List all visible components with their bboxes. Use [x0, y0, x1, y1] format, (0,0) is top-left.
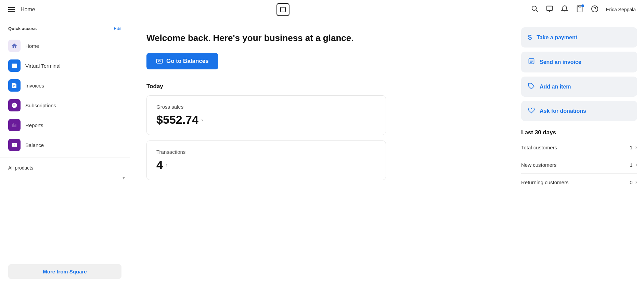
transactions-card[interactable]: Transactions 4 ›	[146, 140, 386, 180]
nav-logo	[276, 3, 289, 16]
heart-icon	[528, 107, 535, 115]
hamburger-menu[interactable]	[8, 7, 15, 12]
chat-icon[interactable]	[546, 5, 553, 14]
dollar-icon: $	[528, 33, 532, 41]
dropdown-arrow: ▾	[0, 175, 130, 180]
sidebar-item-reports-label: Reports	[25, 122, 43, 128]
ask-donations-label: Ask for donations	[540, 108, 586, 114]
top-nav: Home Erica Seppala	[0, 0, 644, 19]
edit-button[interactable]: Edit	[114, 26, 121, 31]
all-products-label: All products	[8, 165, 33, 171]
svg-point-11	[159, 60, 160, 62]
svg-rect-10	[157, 59, 163, 63]
invoices-icon-bg	[8, 79, 21, 92]
sidebar-item-reports[interactable]: Reports	[0, 115, 130, 135]
svg-rect-3	[578, 5, 581, 7]
returning-customers-label: Returning customers	[521, 179, 568, 185]
go-to-balances-button[interactable]: Go to Balances	[146, 53, 218, 69]
sidebar-item-subscriptions-label: Subscriptions	[25, 103, 56, 108]
transactions-label: Transactions	[156, 149, 376, 155]
gross-sales-label: Gross sales	[156, 104, 376, 110]
search-icon[interactable]	[531, 5, 538, 14]
notification-badge	[581, 4, 584, 7]
invoice-icon	[528, 58, 535, 66]
transactions-value: 4	[156, 158, 163, 172]
subscriptions-icon-bg	[8, 99, 21, 111]
add-item-label: Add an item	[540, 84, 571, 90]
last-30-label: Last 30 days	[521, 129, 637, 136]
go-to-balances-label: Go to Balances	[166, 58, 209, 65]
new-customers-row[interactable]: New customers 1 ›	[521, 156, 637, 174]
reports-icon-bg	[8, 119, 21, 131]
gross-sales-arrow: ›	[201, 117, 203, 123]
quick-access-label: Quick access	[8, 26, 37, 31]
total-customers-arrow: ›	[635, 144, 637, 150]
transactions-arrow: ›	[166, 162, 167, 168]
tag-icon	[528, 83, 535, 91]
balance-icon-bg	[8, 139, 21, 151]
clipboard-icon[interactable]	[576, 5, 583, 14]
main-content: Welcome back. Here's your business at a …	[130, 19, 514, 283]
svg-point-0	[532, 6, 536, 11]
reports-icon	[11, 122, 17, 128]
welcome-heading: Welcome back. Here's your business at a …	[146, 33, 498, 43]
total-customers-value: 1	[630, 145, 632, 150]
take-payment-label: Take a payment	[537, 35, 577, 41]
svg-rect-6	[12, 64, 17, 68]
sidebar-bottom: More from Square	[0, 260, 130, 283]
sidebar-item-virtual-terminal[interactable]: Virtual Terminal	[0, 56, 130, 76]
sidebar-item-virtual-terminal-label: Virtual Terminal	[25, 63, 61, 69]
user-name[interactable]: Erica Seppala	[606, 7, 636, 12]
new-customers-arrow: ›	[635, 162, 637, 168]
sidebar-item-balance[interactable]: Balance	[0, 135, 130, 155]
send-invoice-button[interactable]: Send an invoice	[521, 52, 637, 72]
take-payment-button[interactable]: $ Take a payment	[521, 27, 637, 48]
sidebar-item-subscriptions[interactable]: Subscriptions	[0, 95, 130, 115]
balances-icon	[156, 58, 163, 65]
total-customers-label: Total customers	[521, 145, 557, 150]
today-label: Today	[146, 83, 498, 90]
home-icon	[11, 43, 17, 49]
ask-donations-button[interactable]: Ask for donations	[521, 101, 637, 121]
gross-sales-value: $552.74	[156, 113, 198, 126]
add-item-button[interactable]: Add an item	[521, 77, 637, 97]
gross-sales-card[interactable]: Gross sales $552.74 ›	[146, 95, 386, 135]
sidebar-item-invoices-label: Invoices	[25, 83, 44, 89]
virtual-terminal-icon	[11, 63, 17, 69]
svg-line-1	[536, 10, 538, 12]
sidebar: Quick access Edit Home Virtual Terminal	[0, 19, 130, 283]
sidebar-item-balance-label: Balance	[25, 142, 44, 148]
invoices-icon	[11, 82, 17, 89]
returning-customers-row[interactable]: Returning customers 0 ›	[521, 174, 637, 191]
quick-access-header: Quick access Edit	[0, 26, 130, 36]
new-customers-value: 1	[630, 162, 632, 168]
subscriptions-icon	[11, 102, 17, 108]
home-icon-bg	[8, 40, 21, 52]
returning-customers-value: 0	[630, 179, 632, 185]
sidebar-item-home[interactable]: Home	[0, 36, 130, 56]
sidebar-item-home-label: Home	[25, 43, 39, 49]
send-invoice-label: Send an invoice	[540, 59, 581, 65]
returning-customers-arrow: ›	[635, 179, 637, 185]
svg-rect-2	[547, 6, 553, 10]
right-panel: $ Take a payment Send an invoice Add an …	[514, 19, 644, 283]
total-customers-row[interactable]: Total customers 1 ›	[521, 139, 637, 156]
sidebar-item-invoices[interactable]: Invoices	[0, 76, 130, 95]
sidebar-divider	[0, 158, 130, 158]
nav-home-label: Home	[21, 6, 35, 13]
new-customers-label: New customers	[521, 162, 556, 168]
more-from-square-button[interactable]: More from Square	[8, 264, 121, 279]
virtual-terminal-icon-bg	[8, 59, 21, 72]
balance-icon	[11, 142, 17, 148]
sidebar-all-products[interactable]: All products	[0, 161, 130, 175]
help-icon[interactable]	[591, 5, 598, 14]
bell-icon[interactable]	[561, 5, 568, 14]
